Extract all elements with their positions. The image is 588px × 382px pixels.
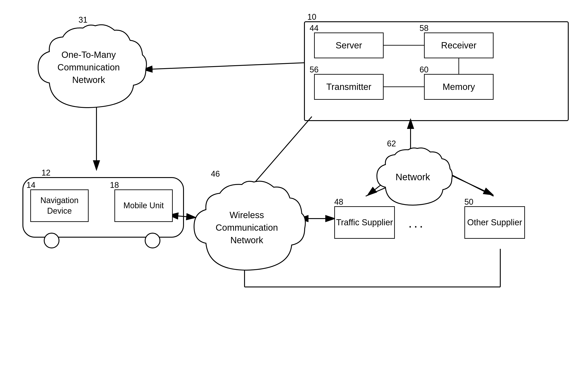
receiver-box: Receiver xyxy=(424,33,494,58)
ref-12: 12 xyxy=(42,168,50,178)
ref-58: 58 xyxy=(420,23,428,33)
wheel-left xyxy=(44,233,60,248)
ref-10: 10 xyxy=(307,12,316,22)
ref-50: 50 xyxy=(464,197,473,207)
network-cloud-wrapper: Network xyxy=(372,146,453,208)
wireless-cloud-svg xyxy=(186,177,307,276)
svg-line-3 xyxy=(144,63,304,69)
ref-48: 48 xyxy=(334,197,343,207)
ref-56: 56 xyxy=(310,65,318,74)
wireless-cloud-wrapper: Wireless Communication Network xyxy=(186,177,307,276)
network-cloud-svg xyxy=(372,146,453,208)
navigation-device-box: Navigation Device xyxy=(30,189,89,222)
other-supplier-box: Other Supplier xyxy=(464,206,525,239)
diagram-container: 10 44 Server 58 Receiver 56 Transmitter … xyxy=(0,0,588,382)
memory-box: Memory xyxy=(424,74,494,100)
one-to-many-cloud-svg xyxy=(29,20,148,114)
ref-60: 60 xyxy=(420,65,428,74)
traffic-supplier-box: Traffic Supplier xyxy=(334,206,395,239)
ref-18: 18 xyxy=(110,181,119,190)
navigation-device-label: Navigation Device xyxy=(31,195,88,216)
transmitter-box: Transmitter xyxy=(314,74,384,100)
receiver-label: Receiver xyxy=(441,40,477,50)
mobile-unit-label: Mobile Unit xyxy=(123,201,164,211)
server-label: Server xyxy=(336,40,362,50)
transmitter-label: Transmitter xyxy=(326,82,372,92)
mobile-unit-box: Mobile Unit xyxy=(114,189,173,222)
server-box: Server xyxy=(314,33,384,58)
memory-label: Memory xyxy=(443,82,475,92)
dots: ... xyxy=(408,215,425,231)
one-to-many-cloud-wrapper: One-To-Many Communication Network xyxy=(29,20,148,114)
ref-14: 14 xyxy=(26,181,35,190)
traffic-supplier-label: Traffic Supplier xyxy=(336,217,393,228)
ref-44: 44 xyxy=(310,23,318,33)
wheel-right xyxy=(145,233,160,248)
other-supplier-label: Other Supplier xyxy=(467,217,522,228)
